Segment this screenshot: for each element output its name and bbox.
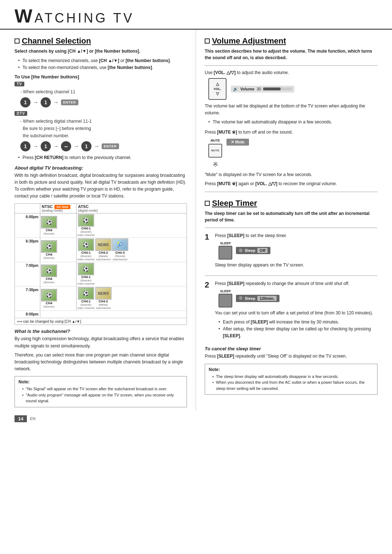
- sleep-btn-1: [219, 246, 232, 260]
- step-2-content: Press [SLEEP] repeatedly to change the a…: [215, 280, 377, 343]
- dtv-btn-1c: 1: [81, 141, 91, 151]
- atsc-700: ⚽ CH4-1 (Soccer) main channel: [77, 262, 187, 286]
- channel-note-box: Note: "No Signal" will appear on the TV …: [15, 376, 187, 407]
- sleep-step1: 1 Press [SLEEP] to set the sleep timer. …: [205, 232, 377, 271]
- grid-atsc-col-header: ATSC (digital mode): [77, 204, 187, 213]
- left-column: Channel Selection Select channels by usi…: [15, 30, 196, 411]
- to-use-heading: To Use [the Number buttons]: [15, 74, 187, 80]
- sleep-btn-label1: SLEEP: [220, 241, 231, 245]
- dtv-arrow-3: →: [73, 143, 79, 150]
- dtv-note3: the subchannel number.: [15, 133, 187, 139]
- num-btn-1b: 1: [41, 97, 51, 107]
- step-divider: [205, 276, 377, 276]
- vol-bullet-1: The volume bar will automatically disapp…: [208, 119, 377, 126]
- step2-body: You can set your unit to turn off after …: [215, 310, 377, 317]
- vol-bar-text: The volume bar will be displayed at the …: [205, 103, 377, 117]
- volume-intro: This section describes how to adjust the…: [205, 48, 377, 61]
- atsc-ch41-730: ⚽: [78, 287, 94, 300]
- dtv-note1: - When selecting digital channel 11-1: [15, 118, 187, 125]
- grid-row-700: 7:00pm ⚽ CH4 (Soccer) ⚽: [15, 262, 187, 286]
- time-700: 7:00pm: [15, 262, 40, 286]
- sleep-section-title: Sleep Timer: [212, 199, 257, 208]
- sleep-btn-2: [219, 294, 232, 307]
- sleep-screen-1: ☉ Sleep Off: [236, 247, 270, 254]
- sleep-val2: 120min.: [257, 296, 277, 301]
- use-vol-text: Use [VOL. △/▽] to adjust the audio volum…: [205, 70, 377, 75]
- ntsc-600: ⚽ CH4 (Soccer): [40, 213, 77, 237]
- atsc-ch41-600: ⚽: [78, 214, 94, 227]
- sleep-step2: 2 Press [SLEEP] repeatedly to change the…: [205, 280, 377, 343]
- what-subchannel-heading: What is the subchannel?: [15, 329, 187, 334]
- sleep-note-list: The sleep timer display will automatical…: [209, 374, 373, 392]
- press-mute-text: Press [MUTE ※] to turn off and on the so…: [205, 129, 377, 136]
- atsc-ch42-730: NEWS: [95, 287, 111, 300]
- channel-note-list: "No Signal" will appear on the TV screen…: [19, 386, 183, 404]
- page-footer: 14 EN: [0, 411, 392, 427]
- sleep-note-item-2: When you disconnect the unit from the AC…: [212, 379, 373, 391]
- mute-display: MUTE MUTE ※ ✕ Mute: [208, 139, 377, 168]
- dtv-button-sequence: 1 → 1 → – → 1 → ENTER: [20, 141, 187, 151]
- channel-bullet-2: To select the non-memorized channels, us…: [18, 64, 187, 71]
- grid-row-630: 6:30pm ⚽ CH4 (Soccer) ⚽: [15, 238, 187, 262]
- sleep-section-header: Sleep Timer: [205, 199, 377, 208]
- grid-row-730: 7:30pm ⚽ CH4 (Soccer) ⚽: [15, 286, 187, 311]
- ntsc-730: ⚽ CH4 (Soccer): [40, 286, 77, 310]
- page-lang: EN: [30, 416, 35, 421]
- mute-symbol: ※: [213, 160, 218, 168]
- grid-row-600: 6:00pm ⚽ CH4 (Soccer) ⚽: [15, 213, 187, 238]
- what-subchannel-text2: Therefore, you can select more than one …: [15, 352, 187, 373]
- volume-checkbox-icon: [205, 38, 210, 44]
- ntsc-label: NTSC: [42, 204, 53, 209]
- sleep-display-2: SLEEP ☉ Sleep 120min.: [219, 289, 377, 307]
- ntsc-630: ⚽ CH4 (Soccer): [40, 238, 77, 262]
- arrow-1a: →: [33, 99, 38, 106]
- grid-header-row: NTSC Air time (analog mode) ATSC (digita…: [15, 204, 187, 213]
- page-title: WATCHING TV: [15, 11, 134, 25]
- vol-number: 30: [257, 87, 261, 91]
- enter-btn: ENTER: [61, 99, 78, 105]
- channel-bullet-1: To select the memorized channels, use [C…: [18, 57, 187, 64]
- time-730: 7:30pm: [15, 286, 40, 310]
- grid-footer-note: ⟺ can be changed by using [CH ▲/▼].: [15, 318, 187, 325]
- vol-bar-track: [263, 87, 292, 90]
- mute-btn-icon: MUTE: [208, 144, 222, 158]
- atsc-ch42-630: NEWS: [95, 239, 111, 251]
- atsc-ch41-700: ⚽: [78, 263, 94, 275]
- about-digital-text: With its high definition broadcast, digi…: [15, 172, 187, 200]
- sleep-divider: [205, 228, 377, 228]
- vol-bar-fill: [263, 87, 281, 90]
- sleep-checkbox-icon: [205, 201, 210, 206]
- step2-text: Press [SLEEP] repeatedly to change the a…: [215, 280, 377, 287]
- to-cancel-text: Press [SLEEP] repeatedly until "Sleep Of…: [205, 353, 377, 360]
- vol-remote-icon: △ VOL. ▽: [208, 78, 226, 100]
- mute-btn-label: MUTE: [211, 139, 220, 142]
- title-rest: ATCHING TV: [34, 11, 134, 25]
- arrow-1b: →: [53, 99, 59, 106]
- volume-display: △ VOL. ▽ 🔊 Volume 30: [208, 78, 377, 100]
- sleep-note-title: Note:: [209, 367, 373, 372]
- channel-note-title: Note:: [19, 379, 183, 384]
- sleep-intro: The sleep timer can be set to automatica…: [205, 210, 377, 223]
- channel-note-item-2: "Audio only program" message will appear…: [22, 392, 183, 404]
- volume-divider: [205, 65, 377, 66]
- channel-note-item-1: "No Signal" will appear on the TV screen…: [22, 386, 183, 392]
- atsc-label: ATSC: [78, 204, 89, 209]
- volume-section-title: Volume Adjustment: [212, 36, 286, 46]
- ntsc-ch4-730: ⚽: [41, 289, 57, 301]
- dtv-note2: Be sure to press [–] before entering: [15, 125, 187, 132]
- dtv-dash-btn: –: [61, 141, 71, 151]
- dtv-btn-1a: 1: [20, 141, 30, 151]
- vol-bullets: The volume bar will automatically disapp…: [205, 119, 377, 126]
- channel-grid: NTSC Air time (analog mode) ATSC (digita…: [15, 203, 187, 325]
- time-600: 6:00pm: [15, 213, 40, 237]
- sleep-btn-label2: SLEEP: [220, 289, 231, 293]
- page-number: 14: [15, 415, 27, 422]
- ntsc-sublabel: (analog mode): [42, 209, 75, 212]
- tv-button-sequence: 1 → 1 → ENTER: [20, 97, 187, 107]
- right-column: Volume Adjustment This section describes…: [196, 30, 377, 411]
- channel-checkbox-icon: [15, 38, 20, 44]
- sleep-note-item-1: The sleep timer display will automatical…: [212, 374, 373, 380]
- dtv-badge: DTV: [15, 111, 27, 116]
- content-area: Channel Selection Select channels by usi…: [0, 30, 392, 411]
- step1-note: Sleep timer display appears on the TV sc…: [215, 262, 377, 269]
